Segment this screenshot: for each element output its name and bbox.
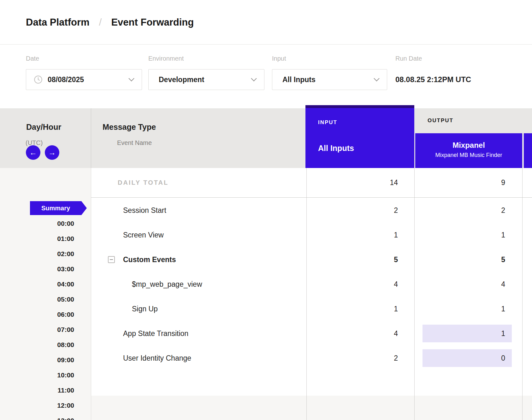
output-count: 2: [501, 206, 505, 215]
input-column-name: All Inputs: [318, 144, 354, 153]
sidebar-hour-07:00[interactable]: 07:00: [0, 322, 74, 337]
breadcrumb-separator: /: [99, 16, 102, 28]
table-row: Screen View 1 1: [91, 223, 532, 247]
input-count: 1: [394, 231, 398, 239]
table-row: Custom Events 5 5: [91, 247, 532, 272]
sidebar-hour-01:00[interactable]: 01:00: [0, 231, 74, 246]
message-type-label: $mp_web_page_view: [132, 280, 202, 289]
next-output-column-partial: [524, 133, 532, 168]
sidebar-hour-02:00[interactable]: 02:00: [0, 246, 74, 261]
message-type-label: App State Transition: [123, 329, 188, 338]
chevron-down-icon: [374, 75, 379, 81]
input-value: All Inputs: [282, 75, 316, 84]
output-count: 1: [501, 329, 505, 338]
input-dropdown[interactable]: All Inputs: [272, 69, 387, 90]
clock-icon: [34, 75, 43, 84]
highlight: [423, 325, 512, 342]
output-section-label: OUTPUT: [428, 117, 453, 124]
table-row: App State Transition 4 1: [91, 321, 532, 346]
mixpanel-name: Mixpanel: [415, 141, 522, 150]
table-row: Sign Up 1 1: [91, 297, 532, 321]
next-day-button[interactable]: →: [45, 145, 59, 160]
daily-total-output-count: 9: [414, 168, 505, 197]
sidebar-hour-11:00[interactable]: 11:00: [0, 383, 74, 398]
previous-day-button[interactable]: ←: [26, 145, 40, 160]
sidebar-hour-05:00[interactable]: 05:00: [0, 292, 74, 307]
output-count: 4: [501, 280, 505, 289]
sidebar-hour-03:00[interactable]: 03:00: [0, 261, 74, 277]
input-count: 5: [394, 255, 398, 264]
sidebar-hour-10:00[interactable]: 10:00: [0, 368, 74, 383]
mixpanel-connection-name: Mixpanel MB Music Finder: [415, 152, 522, 159]
input-count: 1: [394, 305, 398, 313]
daily-total-input-count: 14: [306, 168, 398, 197]
sidebar-hour-12:00[interactable]: 12:00: [0, 398, 74, 413]
breadcrumb-item-data-platform[interactable]: Data Platform: [26, 17, 90, 28]
daily-total-label: DAILY TOTAL: [118, 168, 168, 197]
sidebar-hour-08:00[interactable]: 08:00: [0, 337, 74, 352]
date-filter-label: Date: [26, 55, 39, 62]
date-dropdown[interactable]: 08/08/2025: [26, 69, 142, 90]
highlight: [423, 349, 512, 367]
column-divider: [91, 108, 91, 168]
sidebar-hour-04:00[interactable]: 04:00: [0, 277, 74, 292]
input-count: 2: [394, 354, 398, 363]
breadcrumb-item-event-forwarding[interactable]: Event Forwarding: [111, 17, 194, 28]
breadcrumb: Data Platform / Event Forwarding: [26, 0, 194, 45]
run-date-value: 08.08.25 2:12PM UTC: [395, 69, 471, 90]
table-row: User Identity Change 2 0: [91, 346, 532, 370]
input-section-label: INPUT: [318, 119, 337, 126]
message-type-label: Custom Events: [123, 255, 176, 264]
output-count: 1: [501, 305, 505, 313]
output-count: 1: [501, 231, 505, 239]
sidebar-hour-00:00[interactable]: 00:00: [0, 216, 74, 231]
run-date-label: Run Date: [395, 55, 422, 62]
message-type-label: Session Start: [123, 206, 166, 215]
filter-bar: Date Environment Input Run Date 08/08/20…: [0, 45, 532, 108]
message-type-label: Sign Up: [132, 305, 158, 313]
hourly-section-band: [91, 396, 532, 420]
message-type-label: Screen View: [123, 231, 164, 239]
environment-value: Development: [159, 75, 204, 84]
chevron-down-icon: [128, 75, 134, 81]
table-row: Session Start 2 2: [91, 198, 532, 223]
table-row: $mp_web_page_view 4 4: [91, 272, 532, 297]
sidebar-hour-13:00[interactable]: 13:00: [0, 413, 74, 420]
collapse-toggle-icon[interactable]: [108, 256, 115, 263]
day-hour-column-title: Day/Hour: [26, 123, 61, 132]
sidebar-hour-09:00[interactable]: 09:00: [0, 352, 74, 368]
daily-total-row: DAILY TOTAL 14 9: [91, 168, 532, 198]
message-type-column-title: Message Type: [103, 123, 156, 132]
output-count: 0: [501, 354, 505, 363]
input-count: 2: [394, 206, 398, 215]
input-filter-label: Input: [272, 55, 286, 62]
sidebar-hour-06:00[interactable]: 06:00: [0, 307, 74, 322]
date-value: 08/08/2025: [48, 75, 84, 84]
environment-filter-label: Environment: [148, 55, 184, 62]
input-count: 4: [394, 329, 398, 338]
input-count: 4: [394, 280, 398, 289]
output-count: 5: [501, 255, 505, 264]
input-column-header: INPUT All Inputs: [305, 105, 414, 168]
event-name-subtitle: Event Name: [117, 139, 152, 147]
page-header: Data Platform / Event Forwarding: [0, 0, 532, 45]
message-type-rows: Session Start 2 2 Screen View 1 1 Custom…: [91, 198, 532, 370]
message-type-label: User Identity Change: [123, 354, 191, 363]
event-forwarding-page: Data Platform / Event Forwarding Date En…: [0, 0, 532, 420]
sidebar-summary-tab[interactable]: Summary: [30, 201, 87, 215]
environment-dropdown[interactable]: Development: [148, 69, 264, 90]
mixpanel-column-header[interactable]: Mixpanel Mixpanel MB Music Finder: [415, 133, 522, 168]
chevron-down-icon: [251, 75, 257, 81]
